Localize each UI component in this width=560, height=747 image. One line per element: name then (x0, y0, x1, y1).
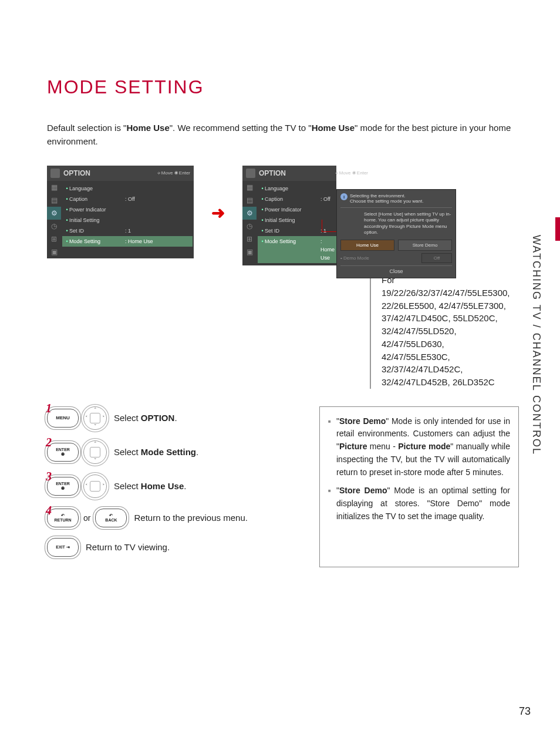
sidebar-icon: ▦ (47, 181, 61, 194)
step-number: 2 (46, 436, 52, 449)
or-label: or (83, 513, 90, 523)
step-number: 3 (46, 470, 52, 483)
popup-demo-value: Off (421, 253, 452, 263)
note-item: "Store Demo" Mode is only intended for u… (328, 415, 510, 479)
step-3: 3 ENTER◉ ˂˃ Select Home Use. (47, 475, 308, 498)
menu-row: •Set ID: 1 (258, 226, 337, 236)
page-title: MODE SETTING (47, 76, 519, 98)
remote-return-button: ↶RETURN (47, 509, 79, 527)
popup-demo-label: • Demo Mode (340, 255, 418, 261)
popup-store-demo-button[interactable]: Store Demo (398, 240, 452, 251)
sidebar-icon: ▤ (242, 194, 257, 207)
sidebar-icon: ▣ (242, 245, 257, 258)
menu-row: •Initial Setting (62, 215, 193, 226)
menu-sidebar: ▦ ▤ ⚙ ◷ ⊞ ▣ (242, 181, 257, 265)
model-list: For 19/22/26/32/37/42/47/55LE5300, 22/26… (370, 274, 519, 389)
option-menu-right-wrapper: OPTION ⟡ Move ◉ Enter ▦ ▤ ⚙ ◷ ⊞ ▣ •Langu… (242, 166, 442, 265)
option-menu-left: OPTION ⟡ Move ◉ Enter ▦ ▤ ⚙ ◷ ⊞ ▣ •Langu… (47, 166, 194, 258)
menu-row: •Caption: Off (62, 194, 193, 204)
menu-title: OPTION (63, 169, 157, 177)
note-item: "Store Demo" Mode is an optimal setting … (328, 484, 510, 523)
popup-head-line1: Selecting the environment. (350, 193, 423, 198)
sidebar-icon: ▤ (47, 194, 61, 207)
menu-sidebar: ▦ ▤ ⚙ ◷ ⊞ ▣ (47, 181, 61, 258)
menu-row-selected: •Mode Setting: Home Use (258, 236, 337, 263)
menu-row-selected: •Mode Setting: Home Use (62, 236, 193, 247)
option-menu-right: OPTION ⟡ Move ◉ Enter ▦ ▤ ⚙ ◷ ⊞ ▣ •Langu… (242, 166, 336, 265)
step-2: 2 ENTER◉ ˄˅ Select Mode Setting. (47, 440, 308, 464)
menu-row: •Language (258, 183, 337, 194)
step-text: Select Mode Setting. (114, 447, 198, 457)
sidebar-icon: ⊞ (47, 233, 61, 245)
sidebar-icon-selected: ⚙ (47, 207, 61, 220)
remote-enter-button: ENTER◉ (47, 477, 79, 496)
menu-icon (246, 169, 255, 178)
menu-header: OPTION ⟡ Move ◉ Enter (47, 166, 194, 181)
instruction-steps: 1 MENU ˄˅˂˃ Select OPTION. 2 ENTER◉ ˄˅ (47, 406, 308, 567)
step-text: Select OPTION. (114, 413, 177, 423)
menu-row: •Caption: Off (258, 194, 337, 204)
mode-popup: i Selecting the environment. Choose the … (336, 189, 456, 278)
remote-menu-button: MENU (47, 409, 79, 428)
menu-row: •Language (62, 183, 193, 194)
menu-row: •Initial Setting (258, 215, 337, 226)
menu-row: •Set ID: 1 (62, 226, 193, 236)
menu-title: OPTION (259, 169, 300, 177)
popup-home-use-button[interactable]: Home Use (340, 240, 394, 251)
sidebar-icon: ▣ (47, 245, 61, 258)
sidebar-icon: ◷ (242, 220, 257, 233)
arrow-icon: ➜ (211, 166, 225, 260)
menu-hints: ⟡ Move ◉ Enter (157, 170, 190, 176)
sidebar-icon: ⊞ (242, 233, 257, 245)
menu-hints: ⟡ Move ◉ Enter (335, 170, 368, 176)
menu-row: •Power Indicator (258, 204, 337, 215)
menu-icon (50, 169, 60, 178)
sidebar-icon: ▦ (242, 181, 257, 194)
sidebar-icon: ◷ (47, 220, 61, 233)
info-icon: i (340, 193, 348, 200)
popup-note: Select [Home Use] when setting TV up in-… (340, 211, 452, 236)
remote-nav-pad: ˄˅ (83, 440, 107, 464)
menu-items: •Language •Caption: Off •Power Indicator… (61, 181, 194, 258)
menu-header: OPTION ⟡ Move ◉ Enter (242, 166, 336, 181)
remote-nav-pad: ˄˅˂˃ (83, 406, 107, 430)
remote-enter-button: ENTER◉ (47, 443, 79, 462)
intro-text: Default selection is "Home Use". We reco… (47, 122, 519, 148)
screenshot-row: OPTION ⟡ Move ◉ Enter ▦ ▤ ⚙ ◷ ⊞ ▣ •Langu… (47, 166, 519, 265)
step-text: Select Home Use. (114, 481, 186, 491)
notes-box: "Store Demo" Mode is only intended for u… (319, 406, 519, 567)
step-1: 1 MENU ˄˅˂˃ Select OPTION. (47, 406, 308, 430)
step-number: 4 (46, 504, 52, 517)
step-4: 4 ↶RETURN or ↶BACK Return to the previou… (47, 509, 308, 527)
sidebar-icon-selected: ⚙ (242, 207, 257, 220)
menu-row: •Power Indicator (62, 204, 193, 215)
callout-line (322, 231, 336, 232)
step-text: Return to the previous menu. (134, 513, 247, 523)
step-number: 1 (46, 402, 52, 415)
step-exit: EXIT ⇥ Return to TV viewing. (47, 538, 308, 557)
remote-exit-button: EXIT ⇥ (47, 538, 79, 557)
page-number: 73 (519, 705, 531, 718)
remote-nav-pad: ˂˃ (83, 475, 107, 498)
step-text: Return to TV viewing. (86, 542, 170, 552)
popup-head-line2: Choose the setting mode you want. (350, 198, 423, 204)
popup-close-button[interactable]: Close (340, 268, 452, 274)
remote-back-button: ↶BACK (95, 509, 127, 527)
menu-items: •Language •Caption: Off •Power Indicator… (257, 181, 338, 265)
